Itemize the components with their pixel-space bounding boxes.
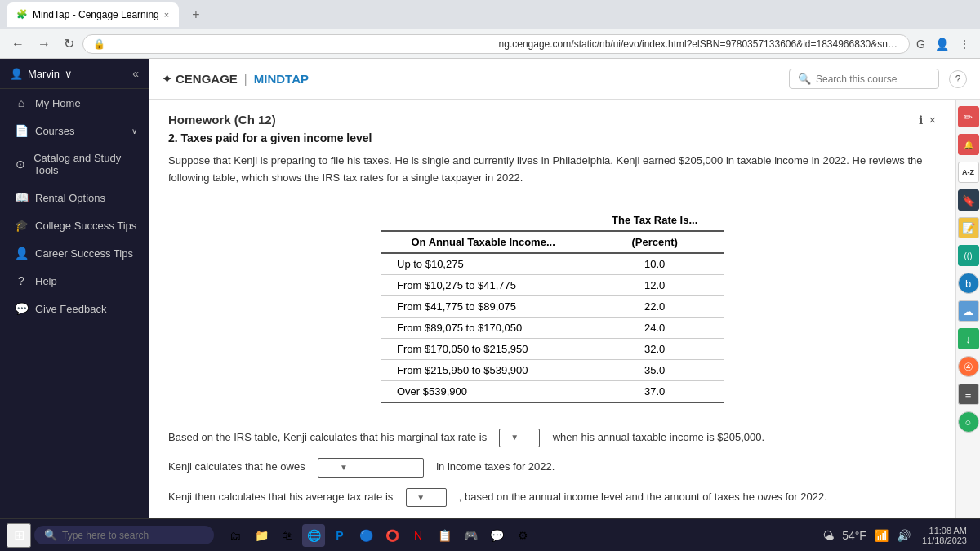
sidebar-item-label: Catalog and Study Tools [33, 152, 137, 176]
sidebar-user[interactable]: 👤 Marvin ∨ [10, 68, 73, 80]
taskbar-app-settings[interactable]: ⚙ [511, 524, 534, 547]
cloud-tool[interactable]: ☁ [958, 300, 979, 322]
audio-tool[interactable]: (() [958, 245, 979, 266]
temperature: 54°F [840, 527, 868, 544]
sidebar-item-label: College Success Tips [35, 220, 136, 232]
table-income-header: On Annual Taxable Income... [381, 231, 586, 253]
tax-rate-cell: 22.0 [586, 295, 724, 317]
sidebar-item-label: Give Feedback [35, 303, 106, 315]
sidebar-item-label: Help [35, 275, 57, 287]
sidebar-item-career-success[interactable]: 👤 Career Success Tips [0, 239, 149, 267]
income-range-cell: Up to $10,275 [381, 253, 586, 275]
q2-before-text: Kenji calculates that he owes [168, 460, 305, 473]
q1-before-text: Based on the IRS table, Kenji calculates… [168, 431, 487, 443]
browser-tab-bar: 🧩 MindTap - Cengage Learning × + [0, 0, 980, 29]
search-input[interactable] [816, 73, 930, 85]
taskbar-app-discord[interactable]: 💬 [485, 524, 508, 547]
tax-rate-cell: 32.0 [586, 338, 724, 359]
search-box[interactable]: 🔍 [789, 69, 939, 89]
tab-icon: 🧩 [16, 9, 28, 20]
sidebar-collapse-btn[interactable]: « [132, 67, 139, 80]
sidebar-item-courses[interactable]: 📄 Courses ∨ [0, 117, 149, 144]
taskbar-app-explorer[interactable]: 🗂 [224, 524, 247, 547]
taskbar-app-files[interactable]: 📁 [250, 524, 273, 547]
q2-dropdown-arrow-icon: ▼ [340, 460, 348, 475]
sidebar-item-catalog[interactable]: ⊙ Catalog and Study Tools [0, 144, 149, 184]
table-row: Up to $10,275 10.0 [381, 253, 724, 275]
profile-btn[interactable]: 👤 [932, 36, 952, 52]
taskbar-app-store[interactable]: 🛍 [276, 524, 299, 547]
taskbar-search-box[interactable]: 🔍 [34, 526, 214, 544]
bookmark-tool[interactable]: 🔖 [958, 189, 979, 211]
info-button[interactable]: ℹ [919, 113, 923, 127]
taskbar-clock[interactable]: 11:08 AM 11/18/2023 [915, 526, 973, 545]
url-text: ng.cengage.com/static/nb/ui/evo/index.ht… [499, 38, 900, 50]
taskbar-app-edge[interactable]: 🔵 [354, 524, 377, 547]
bongo-tool[interactable]: b [958, 273, 979, 294]
taskbar-app-netflix[interactable]: N [407, 524, 430, 547]
q2-dropdown[interactable]: ▼ [318, 458, 424, 478]
sidebar-item-help[interactable]: ? Help [0, 267, 149, 295]
notification-tool[interactable]: 🔔 [958, 134, 979, 155]
taskbar-app-browser[interactable]: 🌐 [302, 524, 325, 547]
volume-icon: 🔊 [895, 527, 912, 544]
pencil-tool[interactable]: ✏ [958, 106, 979, 127]
circle-tool[interactable]: ○ [958, 411, 979, 433]
right-tool-sidebar: ✏ 🔔 A-Z 🔖 📝 (() b ☁ ↓ ④ ≡ ○ [956, 100, 980, 518]
taskbar-app-gamepad[interactable]: 🎮 [459, 524, 482, 547]
q3-after-text: , based on the annual income level and t… [459, 491, 827, 503]
start-button[interactable]: ⊞ [7, 523, 31, 548]
table-row: From $10,275 to $41,775 12.0 [381, 274, 724, 295]
browser-action-buttons: G 👤 ⋮ [913, 36, 973, 52]
sidebar-item-feedback[interactable]: 💬 Give Feedback [0, 295, 149, 322]
home-icon: ⌂ [14, 96, 29, 109]
income-range-cell: From $89,075 to $170,050 [381, 317, 586, 338]
download-tool[interactable]: ↓ [958, 328, 979, 349]
close-button[interactable]: × [929, 113, 936, 127]
help-button[interactable]: ? [949, 70, 967, 88]
q2-dropdown-value [322, 459, 338, 477]
forward-button[interactable]: → [33, 35, 56, 53]
sidebar: 👤 Marvin ∨ « ⌂ My Home 📄 Courses ∨ ⊙ Cat… [0, 59, 149, 518]
hw-icon-buttons: ℹ × [919, 113, 936, 127]
address-bar[interactable]: 🔒 ng.cengage.com/static/nb/ui/evo/index.… [82, 34, 910, 54]
income-range-cell: From $41,775 to $89,075 [381, 295, 586, 317]
question-1-line: Based on the IRS table, Kenji calculates… [168, 428, 936, 448]
q3-dropdown[interactable]: ▼ [406, 488, 447, 508]
back-button[interactable]: ← [7, 35, 29, 53]
new-tab-button[interactable]: + [185, 4, 206, 25]
refresh-button[interactable]: ↻ [59, 34, 79, 53]
sidebar-item-label: Courses [35, 125, 74, 137]
taskbar-search-input[interactable] [62, 530, 193, 541]
az-tool[interactable]: A-Z [958, 162, 979, 183]
taskbar-app-chrome[interactable]: ⭕ [381, 524, 403, 547]
income-range-cell: Over $539,900 [381, 380, 586, 402]
help-icon: ? [14, 274, 29, 287]
sidebar-item-rental[interactable]: 📖 Rental Options [0, 184, 149, 211]
content-area: Homework (Ch 12) ℹ × 2. Taxes paid for a… [149, 100, 980, 518]
q1-dropdown-value [503, 429, 509, 447]
extensions-btn[interactable]: G [913, 36, 929, 52]
q3-dropdown-value [410, 489, 416, 507]
sidebar-item-my-home[interactable]: ⌂ My Home [0, 89, 149, 117]
table-row: From $170,050 to $215,950 32.0 [381, 338, 724, 359]
taskbar-system-tray: 🌤 54°F 📶 🔊 [821, 527, 912, 544]
homework-title-bar: Homework (Ch 12) ℹ × [168, 113, 936, 127]
more-btn[interactable]: ⋮ [956, 36, 973, 52]
q1-dropdown-arrow-icon: ▼ [510, 430, 519, 445]
question-text: Suppose that Kenji is preparing to file … [168, 153, 936, 187]
feedback-icon: 💬 [14, 302, 29, 315]
list-tool[interactable]: ≡ [958, 384, 979, 405]
taskbar-app-files2[interactable]: 📋 [433, 524, 456, 547]
tab-close-btn[interactable]: × [164, 10, 169, 20]
table-row: From $41,775 to $89,075 22.0 [381, 295, 724, 317]
logo-separator: | [244, 72, 247, 86]
plus-circle-tool[interactable]: ④ [958, 356, 979, 377]
sidebar-item-label: My Home [35, 97, 81, 109]
taskbar-app-p[interactable]: P [328, 524, 351, 547]
active-tab[interactable]: 🧩 MindTap - Cengage Learning × [7, 2, 179, 27]
sidebar-item-college-success[interactable]: 🎓 College Success Tips [0, 211, 149, 239]
q1-dropdown[interactable]: ▼ [499, 429, 540, 448]
note-tool[interactable]: 📝 [958, 217, 979, 238]
tax-rate-cell: 12.0 [586, 274, 724, 295]
